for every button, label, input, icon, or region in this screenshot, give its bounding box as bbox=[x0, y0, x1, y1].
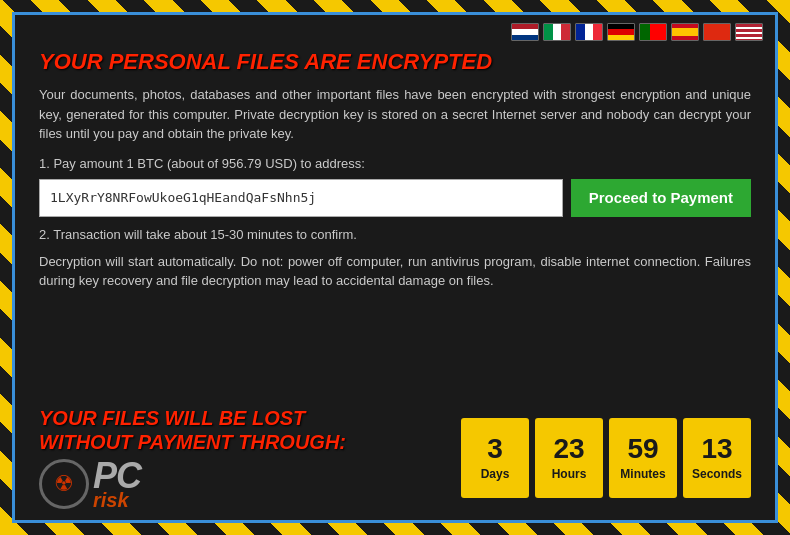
countdown-timer: 3 Days 23 Hours 59 Minutes 13 Seconds bbox=[461, 418, 751, 498]
flag-china[interactable] bbox=[703, 23, 731, 41]
countdown-hours-box: 23 Hours bbox=[535, 418, 603, 498]
countdown-days-box: 3 Days bbox=[461, 418, 529, 498]
flag-usa[interactable] bbox=[735, 23, 763, 41]
description-text: Your documents, photos, databases and ot… bbox=[39, 85, 751, 144]
countdown-minutes-box: 59 Minutes bbox=[609, 418, 677, 498]
warning-text: Decryption will start automatically. Do … bbox=[39, 252, 751, 291]
bottom-section: YOUR FILES WILL BE LOST WITHOUT PAYMENT … bbox=[15, 406, 775, 520]
outer-border: YOUR PERSONAL FILES ARE ENCRYPTED Your d… bbox=[0, 0, 790, 535]
inner-container: YOUR PERSONAL FILES ARE ENCRYPTED Your d… bbox=[12, 12, 778, 523]
pc-risk-icon: ☢ bbox=[39, 459, 89, 509]
countdown-days-value: 3 bbox=[487, 435, 503, 463]
page-title: YOUR PERSONAL FILES ARE ENCRYPTED bbox=[39, 49, 751, 75]
flag-france[interactable] bbox=[575, 23, 603, 41]
flag-netherlands[interactable] bbox=[511, 23, 539, 41]
payment-row: Proceed to Payment bbox=[39, 179, 751, 217]
lost-warning-line1: YOUR FILES WILL BE LOST bbox=[39, 406, 461, 430]
lost-warning: YOUR FILES WILL BE LOST WITHOUT PAYMENT … bbox=[39, 406, 461, 510]
flag-italy[interactable] bbox=[543, 23, 571, 41]
btc-address-input[interactable] bbox=[39, 179, 563, 217]
countdown-hours-label: Hours bbox=[552, 467, 587, 481]
content-area: YOUR PERSONAL FILES ARE ENCRYPTED Your d… bbox=[15, 45, 775, 406]
step2-label: 2. Transaction will take about 15-30 min… bbox=[39, 227, 751, 242]
step1-label: 1. Pay amount 1 BTC (about of 956.79 USD… bbox=[39, 156, 751, 171]
countdown-seconds-value: 13 bbox=[701, 435, 732, 463]
countdown-hours-value: 23 bbox=[553, 435, 584, 463]
pc-risk-logo: ☢ PC risk bbox=[39, 458, 461, 510]
risk-text: risk bbox=[93, 490, 141, 510]
countdown-seconds-label: Seconds bbox=[692, 467, 742, 481]
countdown-days-label: Days bbox=[481, 467, 510, 481]
countdown-seconds-box: 13 Seconds bbox=[683, 418, 751, 498]
lost-warning-line2: WITHOUT PAYMENT THROUGH: bbox=[39, 430, 461, 454]
countdown-minutes-label: Minutes bbox=[620, 467, 665, 481]
flag-portugal[interactable] bbox=[639, 23, 667, 41]
countdown-minutes-value: 59 bbox=[627, 435, 658, 463]
pc-risk-text-group: PC risk bbox=[93, 458, 141, 510]
proceed-to-payment-button[interactable]: Proceed to Payment bbox=[571, 179, 751, 217]
hazard-icon: ☢ bbox=[54, 471, 74, 497]
flag-spain[interactable] bbox=[671, 23, 699, 41]
flag-bar bbox=[15, 15, 775, 45]
flag-germany[interactable] bbox=[607, 23, 635, 41]
